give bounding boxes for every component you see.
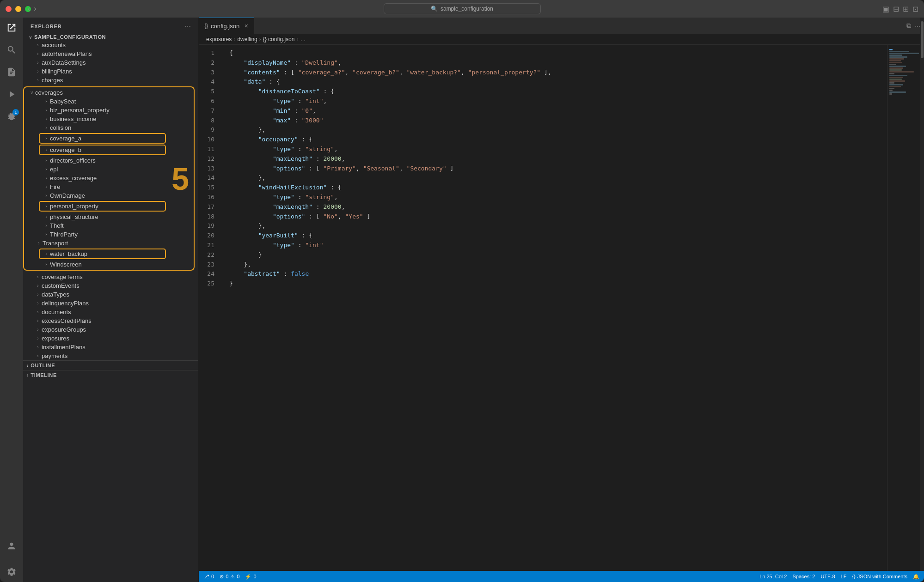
indentation-status[interactable]: Spaces: 2: [793, 574, 815, 579]
sidebar-item-Transport[interactable]: › Transport: [24, 239, 194, 248]
layout-icon-2[interactable]: ⊟: [893, 5, 899, 13]
code-editor[interactable]: { "displayName" : "Dwelling", "contents"…: [222, 45, 887, 571]
timeline-arrow: ›: [27, 372, 29, 378]
sidebar-item-exposures[interactable]: › exposures: [23, 334, 198, 343]
notifications-bell[interactable]: 🔔: [913, 574, 919, 580]
charges-arrow: ›: [34, 78, 42, 83]
sidebar-item-physical_structure[interactable]: › physical_structure: [24, 212, 194, 221]
directors_officers-label: directors_officers: [50, 157, 194, 164]
traffic-lights: [6, 6, 31, 12]
sidebar-item-water_backup[interactable]: › water_backup: [39, 249, 166, 259]
sidebar-item-Theft[interactable]: › Theft: [24, 221, 194, 230]
layout-icon-3[interactable]: ⊞: [903, 5, 909, 13]
coverages-highlighted-box: 5 ∨ coverages › BabySeat › biz_personal_…: [23, 86, 195, 271]
sidebar-item-Fire[interactable]: › Fire: [24, 182, 194, 191]
git-branch-status[interactable]: ⎇ 0: [203, 574, 214, 580]
search-activity-icon[interactable]: [5, 43, 18, 56]
breadcrumb-exposures[interactable]: exposures: [206, 36, 232, 42]
minimap-line: [889, 77, 903, 78]
outline-header[interactable]: › OUTLINE: [23, 361, 198, 370]
biz_personal_property-arrow: ›: [43, 108, 50, 113]
errors-warnings-status[interactable]: ⊗ 0 ⚠ 0: [220, 574, 239, 580]
sidebar-item-documents[interactable]: › documents: [23, 308, 198, 316]
config-json-tab[interactable]: {} config.json ×: [199, 18, 254, 34]
tab-close-button[interactable]: ×: [245, 22, 248, 30]
sidebar-item-personal_property[interactable]: › personal_property: [39, 201, 166, 212]
scrollbar-thumb[interactable]: [921, 45, 924, 58]
layout-icon-4[interactable]: ⊡: [912, 5, 918, 13]
run-activity-icon[interactable]: [5, 88, 18, 101]
sidebar-item-payments[interactable]: › payments: [23, 352, 198, 360]
sidebar-item-coverages[interactable]: ∨ coverages: [24, 88, 194, 97]
explorer-more-button[interactable]: ···: [185, 22, 191, 30]
coverage_a-arrow: ›: [43, 136, 50, 141]
close-button[interactable]: [6, 6, 12, 12]
sidebar-item-installmentPlans[interactable]: › installmentPlans: [23, 343, 198, 352]
sidebar-item-billingPlans[interactable]: › billingPlans: [23, 67, 198, 76]
settings-activity-icon[interactable]: [5, 565, 18, 578]
source-control-activity-icon[interactable]: [5, 66, 18, 79]
sidebar-item-charges[interactable]: › charges: [23, 76, 198, 85]
more-tabs-icon[interactable]: ···: [915, 22, 920, 30]
breadcrumb: exposures › dwelling › {} config.json › …: [199, 34, 924, 45]
sidebar-item-delinquencyPlans[interactable]: › delinquencyPlans: [23, 299, 198, 308]
scrollbar-track: [920, 45, 924, 571]
titlebar-nav: ‹ ›: [28, 5, 37, 13]
timeline-header[interactable]: › TIMELINE: [23, 370, 198, 380]
extension-status[interactable]: ⚡ 0: [245, 574, 256, 580]
split-editor-icon[interactable]: ⧉: [906, 22, 911, 30]
breadcrumb-config-json[interactable]: {} config.json: [263, 36, 295, 42]
explorer-activity-icon[interactable]: [5, 21, 18, 34]
sidebar-item-auxDataSettings[interactable]: › auxDataSettings: [23, 58, 198, 67]
sidebar-item-excessCreditPlans[interactable]: › excessCreditPlans: [23, 316, 198, 325]
sidebar-item-Windscreen[interactable]: › Windscreen: [24, 260, 194, 269]
sidebar-item-coverage_b[interactable]: › coverage_b: [39, 145, 166, 155]
sidebar-item-accounts[interactable]: › accounts: [23, 41, 198, 49]
back-button[interactable]: ‹: [28, 5, 30, 13]
minimize-button[interactable]: [15, 6, 21, 12]
root-folder[interactable]: ∨ SAMPLE_CONFIGURATION: [23, 33, 198, 41]
status-bar: ⎇ 0 ⊗ 0 ⚠ 0 ⚡ 0 Ln 2: [199, 571, 924, 582]
vscode-window: ‹ › 🔍 sample_configuration ▣ ⊟ ⊞ ⊡: [0, 0, 924, 582]
breadcrumb-dwelling[interactable]: dwelling: [237, 36, 257, 42]
minimap-line: [889, 71, 914, 73]
sidebar-item-coverageTerms[interactable]: › coverageTerms: [23, 273, 198, 281]
sidebar-item-collision[interactable]: › collision: [24, 123, 194, 132]
sidebar-item-customEvents[interactable]: › customEvents: [23, 281, 198, 290]
eol-status[interactable]: LF: [841, 574, 847, 579]
sidebar-item-autoRenewalPlans[interactable]: › autoRenewalPlans: [23, 49, 198, 58]
sidebar-item-epl[interactable]: › epl: [24, 165, 194, 174]
encoding-status[interactable]: UTF-8: [820, 574, 835, 579]
outline-section: › OUTLINE: [23, 360, 198, 370]
git-status-text: 0: [211, 574, 214, 579]
autoRenewalPlans-arrow: ›: [34, 51, 42, 56]
sidebar-item-dataTypes[interactable]: › dataTypes: [23, 290, 198, 299]
sidebar-item-coverage_a[interactable]: › coverage_a: [39, 133, 166, 144]
OwnDamage-label: OwnDamage: [50, 192, 194, 199]
sidebar-content[interactable]: ∨ SAMPLE_CONFIGURATION › accounts › auto…: [23, 33, 198, 582]
accounts-activity-icon[interactable]: [5, 540, 18, 552]
outline-arrow: ›: [27, 363, 29, 368]
cursor-position[interactable]: Ln 25, Col 2: [759, 574, 787, 579]
sidebar-item-business_income[interactable]: › business_income: [24, 115, 194, 123]
minimap-line: [889, 75, 907, 76]
sidebar-item-biz_personal_property[interactable]: › biz_personal_property: [24, 106, 194, 115]
sidebar-item-BabySeat[interactable]: › BabySeat: [24, 97, 194, 106]
sidebar-item-ThirdParty[interactable]: › ThirdParty: [24, 230, 194, 239]
language-status[interactable]: {} JSON with Comments: [852, 574, 907, 579]
sidebar-item-directors_officers[interactable]: › directors_officers: [24, 156, 194, 165]
breadcrumb-more[interactable]: …: [300, 36, 306, 42]
root-label: SAMPLE_CONFIGURATION: [34, 34, 198, 40]
sidebar-item-exposureGroups[interactable]: › exposureGroups: [23, 325, 198, 334]
forward-button[interactable]: ›: [34, 5, 36, 13]
minimap-line: [889, 73, 894, 74]
layout-icon-1[interactable]: ▣: [882, 5, 889, 13]
search-bar[interactable]: 🔍 sample_configuration: [384, 3, 541, 14]
minimap-line: [889, 66, 906, 67]
sidebar-item-excess_coverage[interactable]: › excess_coverage: [24, 174, 194, 182]
bell-icon: 🔔: [913, 574, 919, 580]
minimap-content: [887, 45, 924, 99]
sidebar-item-OwnDamage[interactable]: › OwnDamage: [24, 191, 194, 200]
extensions-activity-icon[interactable]: 1: [5, 110, 18, 123]
extension-icon: ⚡: [245, 574, 251, 580]
